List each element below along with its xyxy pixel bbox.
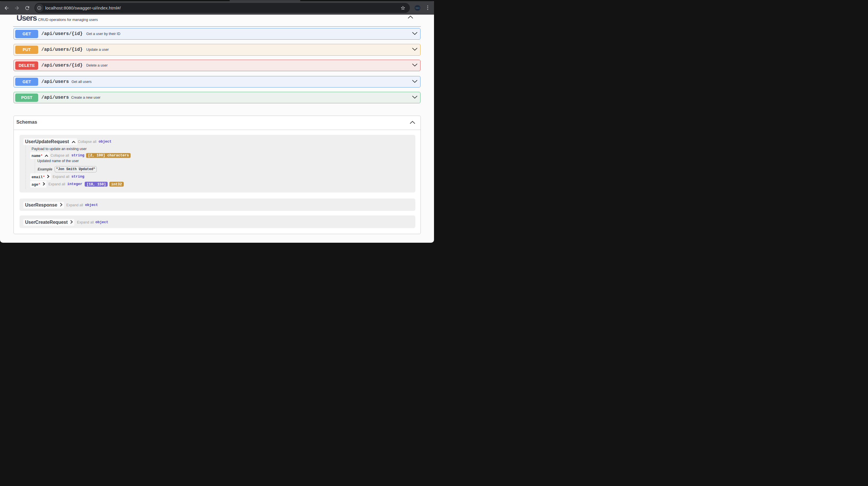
svg-text:~F{B}Dev|: ~F{B}Dev| — [415, 7, 420, 8]
